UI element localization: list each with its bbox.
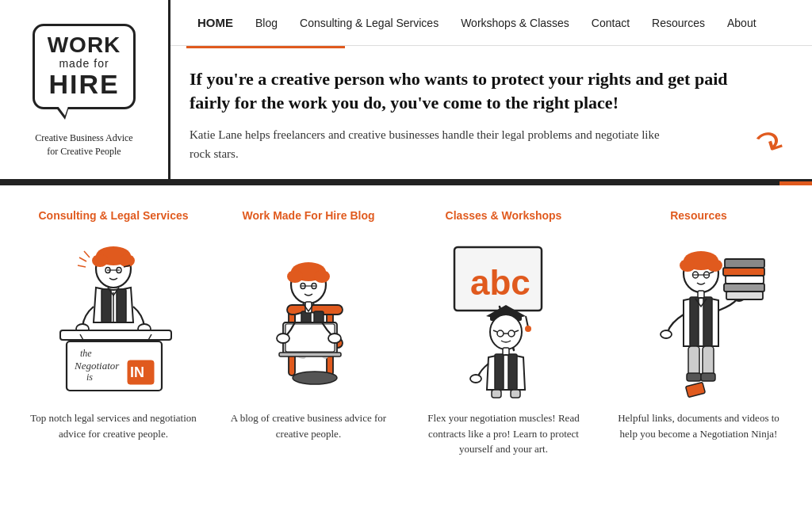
svg-rect-61 bbox=[495, 354, 504, 390]
svg-rect-80 bbox=[701, 373, 715, 381]
nav-resources[interactable]: Resources bbox=[641, 0, 716, 45]
card-blog-illustration bbox=[237, 233, 380, 399]
svg-point-37 bbox=[277, 334, 289, 343]
svg-rect-77 bbox=[688, 346, 699, 376]
svg-point-65 bbox=[470, 375, 481, 383]
svg-rect-9 bbox=[117, 289, 126, 322]
svg-rect-82 bbox=[725, 259, 764, 268]
card-resources: Resources bbox=[601, 209, 796, 470]
svg-point-42 bbox=[314, 270, 330, 283]
svg-rect-84 bbox=[726, 276, 764, 284]
nav-workshops[interactable]: Workshops & Classes bbox=[450, 0, 580, 45]
nav-contact[interactable]: Contact bbox=[580, 0, 641, 45]
card-consulting-desc: Top notch legal services and negotiation… bbox=[27, 410, 200, 441]
svg-text:IN: IN bbox=[130, 364, 144, 380]
card-classes-illustration: abc bbox=[432, 233, 575, 399]
svg-text:abc: abc bbox=[470, 263, 530, 302]
svg-rect-12 bbox=[60, 330, 171, 340]
site-header: WORK made for HIRE Creative Business Adv… bbox=[0, 0, 812, 181]
svg-rect-8 bbox=[102, 289, 111, 322]
card-blog-title[interactable]: Work Made For Hire Blog bbox=[243, 209, 375, 222]
logo-hire: HIRE bbox=[48, 71, 121, 97]
svg-point-69 bbox=[707, 259, 722, 272]
card-blog: Work Made For Hire Blog bbox=[211, 209, 406, 470]
svg-rect-78 bbox=[703, 346, 714, 376]
svg-point-88 bbox=[661, 330, 672, 338]
card-consulting-illustration: the Negotiator is IN bbox=[42, 233, 185, 399]
svg-rect-63 bbox=[492, 390, 501, 398]
svg-point-55 bbox=[497, 330, 504, 337]
svg-rect-64 bbox=[511, 390, 520, 398]
svg-point-54 bbox=[490, 315, 522, 349]
svg-rect-31 bbox=[312, 374, 317, 380]
card-blog-desc: A blog of creative business advice for c… bbox=[222, 410, 395, 441]
header-right: HOME Blog Consulting & Legal Services Wo… bbox=[170, 0, 812, 179]
svg-text:Negotiator: Negotiator bbox=[74, 360, 120, 372]
cards-section: Consulting & Legal Services bbox=[0, 185, 812, 486]
svg-rect-87 bbox=[685, 382, 705, 397]
card-consulting-title[interactable]: Consulting & Legal Services bbox=[38, 209, 188, 222]
card-consulting: Consulting & Legal Services bbox=[16, 209, 211, 470]
svg-rect-85 bbox=[724, 284, 764, 292]
svg-point-41 bbox=[287, 270, 303, 283]
svg-point-38 bbox=[328, 334, 341, 343]
svg-line-21 bbox=[84, 251, 90, 257]
card-resources-desc: Helpful links, documents and videos to h… bbox=[612, 410, 785, 441]
arrow-decoration: ↷ bbox=[745, 119, 787, 168]
svg-rect-75 bbox=[690, 297, 699, 346]
nav-home[interactable]: HOME bbox=[186, 0, 244, 45]
card-resources-illustration bbox=[627, 233, 770, 399]
svg-text:the: the bbox=[80, 348, 92, 359]
svg-point-2 bbox=[92, 254, 108, 267]
nav-about[interactable]: About bbox=[716, 0, 768, 45]
logo-bubble: WORK made for HIRE bbox=[33, 24, 136, 109]
card-classes-title[interactable]: Classes & Workshops bbox=[446, 209, 562, 222]
nav-consulting[interactable]: Consulting & Legal Services bbox=[289, 0, 450, 45]
card-classes-desc: Flex your negotiation muscles! Read cont… bbox=[417, 410, 590, 457]
card-resources-title[interactable]: Resources bbox=[670, 209, 727, 222]
logo-tagline: Creative Business Advicefor Creative Peo… bbox=[35, 132, 132, 158]
svg-line-52 bbox=[526, 316, 528, 327]
svg-rect-83 bbox=[723, 268, 764, 276]
hero-headline: If you're a creative person who wants to… bbox=[190, 67, 760, 114]
svg-point-53 bbox=[525, 326, 531, 332]
logo-area: WORK made for HIRE Creative Business Adv… bbox=[0, 0, 170, 179]
svg-rect-36 bbox=[279, 353, 341, 357]
svg-rect-86 bbox=[726, 292, 763, 299]
svg-line-22 bbox=[79, 257, 86, 261]
nav-blog[interactable]: Blog bbox=[244, 0, 289, 45]
card-classes: Classes & Workshops abc bbox=[406, 209, 601, 470]
nav-bar: HOME Blog Consulting & Legal Services Wo… bbox=[170, 0, 812, 46]
svg-line-23 bbox=[78, 265, 86, 267]
svg-point-3 bbox=[119, 254, 135, 267]
logo-work: WORK bbox=[48, 34, 121, 56]
svg-rect-62 bbox=[508, 354, 517, 390]
svg-text:is: is bbox=[86, 372, 93, 383]
svg-rect-79 bbox=[687, 373, 701, 381]
svg-rect-76 bbox=[703, 297, 712, 346]
svg-point-68 bbox=[680, 259, 695, 272]
hero-subtext: Katie Lane helps freelancers and creativ… bbox=[190, 125, 681, 163]
hero-area: If you're a creative person who wants to… bbox=[170, 48, 812, 179]
svg-point-56 bbox=[508, 330, 515, 337]
svg-rect-35 bbox=[285, 324, 335, 352]
